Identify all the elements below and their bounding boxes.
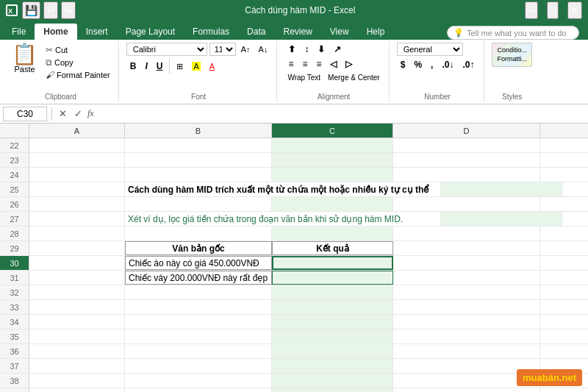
- increase-font-button[interactable]: A↑: [238, 43, 254, 55]
- cell-a26[interactable]: [29, 197, 125, 211]
- cell-b31[interactable]: Chiếc váy 200.000VNĐ này rất đẹp: [125, 271, 272, 285]
- redo-button[interactable]: ↪: [61, 1, 76, 19]
- cell-a31[interactable]: [29, 271, 125, 285]
- cell-b38[interactable]: [125, 374, 272, 388]
- wrap-text-button[interactable]: Wrap Text: [284, 72, 323, 83]
- tab-page-layout[interactable]: Page Layout: [117, 24, 184, 40]
- cell-b35[interactable]: [125, 329, 272, 343]
- copy-button[interactable]: ⧉ Copy: [43, 57, 112, 68]
- cell-d35[interactable]: [393, 329, 540, 343]
- align-center-button[interactable]: ≡: [298, 57, 311, 71]
- tab-help[interactable]: Help: [358, 24, 394, 40]
- align-left-button[interactable]: ≡: [284, 57, 297, 71]
- align-bottom-button[interactable]: ⬇: [314, 43, 329, 56]
- cell-c35[interactable]: [272, 329, 393, 343]
- cell-d27[interactable]: [562, 212, 588, 226]
- tab-file[interactable]: File: [3, 24, 35, 40]
- align-middle-button[interactable]: ↕: [301, 43, 312, 56]
- tell-me-input[interactable]: 💡 Tell me what you want to do: [447, 26, 579, 40]
- cell-d34[interactable]: [393, 315, 540, 329]
- cell-a34[interactable]: [29, 315, 125, 329]
- increase-decimal-button[interactable]: .0↑: [459, 58, 478, 71]
- col-header-d[interactable]: D: [393, 124, 540, 138]
- comma-button[interactable]: ,: [427, 58, 437, 71]
- maximize-button[interactable]: □: [547, 1, 559, 19]
- cell-a23[interactable]: [29, 153, 125, 167]
- tab-view[interactable]: View: [321, 24, 358, 40]
- number-format-select[interactable]: General: [397, 43, 463, 56]
- tab-data[interactable]: Data: [238, 24, 274, 40]
- currency-button[interactable]: $: [397, 58, 409, 71]
- cell-c24[interactable]: [272, 168, 393, 182]
- cell-d29[interactable]: [393, 241, 540, 255]
- font-size-select[interactable]: 11: [209, 43, 236, 56]
- cell-b28[interactable]: [125, 227, 272, 240]
- confirm-formula-button[interactable]: ✓: [72, 107, 85, 120]
- underline-button[interactable]: U: [153, 60, 167, 73]
- col-header-a[interactable]: A: [29, 124, 125, 138]
- cell-c39[interactable]: [272, 388, 393, 392]
- cell-a39[interactable]: [29, 388, 125, 392]
- cell-a32[interactable]: [29, 285, 125, 299]
- merge-center-button[interactable]: Merge & Center: [325, 72, 383, 83]
- bold-button[interactable]: B: [126, 60, 140, 73]
- cell-a37[interactable]: [29, 359, 125, 373]
- cell-b36[interactable]: [125, 344, 272, 358]
- text-angle-button[interactable]: ↗: [330, 43, 345, 56]
- font-color-button[interactable]: A: [206, 60, 218, 72]
- cell-c34[interactable]: [272, 315, 393, 329]
- cell-c25[interactable]: [441, 182, 562, 196]
- cell-d39[interactable]: [393, 388, 540, 392]
- col-header-c[interactable]: C: [272, 124, 393, 138]
- cell-b33[interactable]: [125, 300, 272, 314]
- fill-color-button[interactable]: A: [188, 60, 204, 72]
- cut-button[interactable]: ✂ Cut: [43, 44, 112, 56]
- formula-input[interactable]: [97, 107, 585, 121]
- cell-a33[interactable]: [29, 300, 125, 314]
- italic-button[interactable]: I: [141, 60, 151, 73]
- col-header-b[interactable]: B: [125, 124, 272, 138]
- cell-a36[interactable]: [29, 344, 125, 358]
- cell-c31[interactable]: [272, 271, 393, 285]
- cell-a24[interactable]: [29, 168, 125, 182]
- decrease-font-button[interactable]: A↓: [256, 43, 271, 55]
- cell-b37[interactable]: [125, 359, 272, 373]
- align-top-button[interactable]: ⬆: [284, 43, 299, 56]
- align-right-button[interactable]: ≡: [312, 57, 325, 71]
- undo-button[interactable]: ↩: [43, 1, 58, 19]
- cell-c32[interactable]: [272, 285, 393, 299]
- cell-a27[interactable]: [29, 212, 125, 226]
- cell-a25[interactable]: [29, 182, 125, 196]
- percent-button[interactable]: %: [410, 58, 426, 71]
- cell-c36[interactable]: [272, 344, 393, 358]
- cell-b32[interactable]: [125, 285, 272, 299]
- cell-d32[interactable]: [393, 285, 540, 299]
- cell-d28[interactable]: [393, 227, 540, 240]
- cell-d26[interactable]: [393, 197, 540, 211]
- cell-a38[interactable]: [29, 374, 125, 388]
- close-button[interactable]: ✕: [567, 1, 582, 19]
- cell-d23[interactable]: [393, 153, 540, 167]
- format-painter-button[interactable]: 🖌 Format Painter: [43, 69, 112, 81]
- cell-a35[interactable]: [29, 329, 125, 343]
- cell-b29[interactable]: Văn bản gốc: [125, 241, 272, 255]
- cell-c33[interactable]: [272, 300, 393, 314]
- cancel-formula-button[interactable]: ✕: [57, 107, 69, 120]
- cell-d33[interactable]: [393, 300, 540, 314]
- decrease-decimal-button[interactable]: .0↓: [438, 58, 457, 71]
- cell-c22[interactable]: [272, 138, 393, 152]
- cell-b26[interactable]: [125, 197, 272, 211]
- cell-d31[interactable]: [393, 271, 540, 285]
- cell-a30[interactable]: [29, 256, 125, 270]
- cell-b24[interactable]: [125, 168, 272, 182]
- cell-reference-box[interactable]: [3, 107, 47, 121]
- increase-indent-button[interactable]: ▷: [342, 57, 356, 71]
- cell-b34[interactable]: [125, 315, 272, 329]
- tab-formulas[interactable]: Formulas: [184, 24, 238, 40]
- minimize-button[interactable]: ─: [525, 1, 538, 19]
- cell-b39[interactable]: [125, 388, 272, 392]
- border-button[interactable]: ⊞: [173, 60, 187, 73]
- tab-insert[interactable]: Insert: [77, 24, 117, 40]
- cell-d22[interactable]: [393, 138, 540, 152]
- cell-d36[interactable]: [393, 344, 540, 358]
